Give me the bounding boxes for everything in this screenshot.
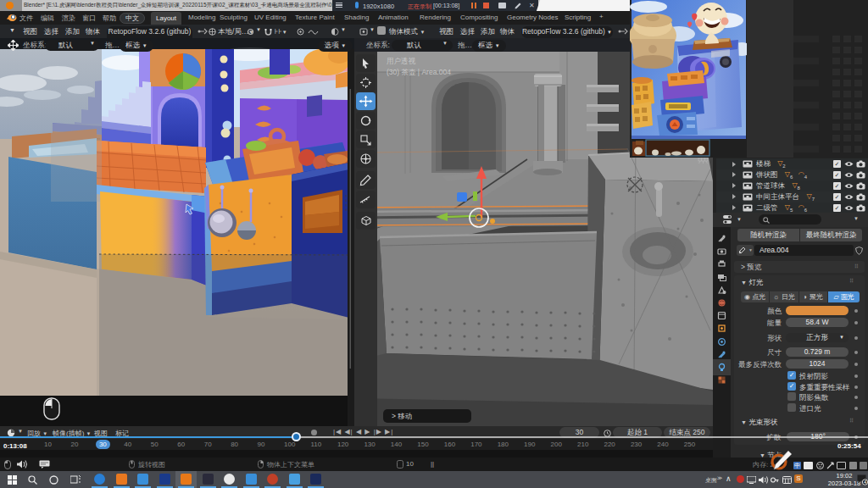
svg-text:(30) 茶壶 | Area.004: (30) 茶壶 | Area.004: [387, 68, 451, 76]
svg-text:用户透视: 用户透视: [387, 57, 416, 65]
svg-text:> 移动: > 移动: [392, 412, 412, 420]
